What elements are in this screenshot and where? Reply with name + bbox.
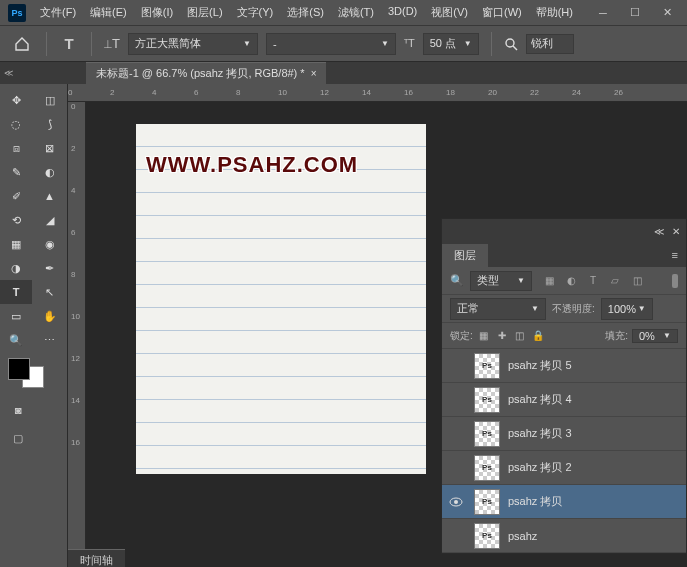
shape-tool[interactable]: ▭: [0, 304, 32, 328]
crop-tool[interactable]: ⧇: [0, 136, 32, 160]
title-bar: Ps 文件(F) 编辑(E) 图像(I) 图层(L) 文字(Y) 选择(S) 滤…: [0, 0, 687, 26]
menu-layer[interactable]: 图层(L): [181, 2, 228, 23]
menu-view[interactable]: 视图(V): [425, 2, 474, 23]
fill-input[interactable]: 0% ▼: [632, 329, 678, 343]
layer-row[interactable]: psahz 拷贝 4: [442, 383, 686, 417]
close-tab-button[interactable]: ×: [311, 68, 317, 79]
visibility-toggle[interactable]: [446, 390, 466, 410]
blur-tool[interactable]: ◉: [34, 232, 66, 256]
chevron-down-icon: ▼: [381, 39, 389, 48]
gradient-tool[interactable]: ▦: [0, 232, 32, 256]
text-tool-indicator: T: [59, 34, 79, 54]
healing-tool[interactable]: ◐: [34, 160, 66, 184]
timeline-tab[interactable]: 时间轴: [68, 549, 125, 567]
layer-row[interactable]: psahz 拷贝 3: [442, 417, 686, 451]
menu-edit[interactable]: 编辑(E): [84, 2, 133, 23]
marquee-tool[interactable]: ◌: [0, 112, 32, 136]
visibility-toggle[interactable]: [446, 424, 466, 444]
minimize-button[interactable]: ─: [591, 4, 615, 22]
filter-shape-icon[interactable]: ▱: [608, 274, 622, 288]
lock-all-icon[interactable]: 🔒: [531, 329, 545, 343]
move-tool[interactable]: ✥: [0, 88, 32, 112]
screenmode-button[interactable]: ▢: [8, 428, 28, 448]
opacity-input[interactable]: 100% ▼: [601, 298, 653, 320]
search-button[interactable]: [504, 37, 518, 51]
layer-name: psahz 拷贝 3: [508, 426, 572, 441]
path-select-tool[interactable]: ↖: [34, 280, 66, 304]
visibility-toggle[interactable]: [446, 458, 466, 478]
document-tab[interactable]: 未标题-1 @ 66.7% (psahz 拷贝, RGB/8#) * ×: [86, 62, 326, 84]
menu-select[interactable]: 选择(S): [281, 2, 330, 23]
blend-mode-select[interactable]: 正常 ▼: [450, 298, 546, 320]
zoom-tool[interactable]: 🔍: [0, 328, 32, 352]
eraser-tool[interactable]: ◢: [34, 208, 66, 232]
brush-tool[interactable]: ✐: [0, 184, 32, 208]
menu-file[interactable]: 文件(F): [34, 2, 82, 23]
pen-tool[interactable]: ✒: [34, 256, 66, 280]
font-size-icon: ᵀT: [404, 37, 415, 50]
layer-thumbnail: [474, 455, 500, 481]
font-style-select[interactable]: - ▼: [266, 33, 396, 55]
filter-pixel-icon[interactable]: ▦: [542, 274, 556, 288]
layer-row[interactable]: psahz 拷贝 5: [442, 349, 686, 383]
filter-smart-icon[interactable]: ◫: [630, 274, 644, 288]
lasso-tool[interactable]: ⟆: [34, 112, 66, 136]
search-input[interactable]: [526, 34, 574, 54]
filter-toggle[interactable]: [672, 274, 678, 288]
collapse-panel-icon[interactable]: ≪: [654, 226, 664, 237]
document-canvas[interactable]: WWW.PSAHZ.COM: [136, 124, 426, 474]
panel-menu-button[interactable]: ≡: [664, 249, 686, 261]
lock-position-icon[interactable]: ✚: [495, 329, 509, 343]
lock-artboard-icon[interactable]: ◫: [513, 329, 527, 343]
filter-text-icon[interactable]: T: [586, 274, 600, 288]
document-tab-title: 未标题-1 @ 66.7% (psahz 拷贝, RGB/8#) *: [96, 66, 305, 81]
menu-window[interactable]: 窗口(W): [476, 2, 528, 23]
visibility-toggle[interactable]: [446, 526, 466, 546]
vertical-ruler: 0246810121416: [68, 102, 86, 567]
layer-thumbnail: [474, 421, 500, 447]
eyedropper-tool[interactable]: ✎: [0, 160, 32, 184]
menu-image[interactable]: 图像(I): [135, 2, 179, 23]
layer-thumbnail: [474, 353, 500, 379]
toolbox: ✥ ◫ ◌ ⟆ ⧇ ⊠ ✎ ◐ ✐ ▲ ⟲ ◢ ▦ ◉ ◑ ✒ T ↖ ▭ ✋ …: [0, 84, 68, 567]
menu-3d[interactable]: 3D(D): [382, 2, 423, 23]
opacity-value: 100%: [608, 303, 636, 315]
foreground-swatch[interactable]: [8, 358, 30, 380]
artboard-tool[interactable]: ◫: [34, 88, 66, 112]
menu-help[interactable]: 帮助(H): [530, 2, 579, 23]
horizontal-ruler: 02468101214161820222426: [68, 84, 687, 102]
color-swatches[interactable]: [8, 358, 44, 388]
visibility-toggle[interactable]: [446, 492, 466, 512]
layer-row[interactable]: psahz 拷贝 2: [442, 451, 686, 485]
menu-text[interactable]: 文字(Y): [231, 2, 280, 23]
hand-tool[interactable]: ✋: [34, 304, 66, 328]
close-panel-icon[interactable]: ✕: [672, 226, 680, 237]
text-orientation-button[interactable]: ⟂T: [104, 36, 120, 51]
history-brush-tool[interactable]: ⟲: [0, 208, 32, 232]
dodge-tool[interactable]: ◑: [0, 256, 32, 280]
layer-row[interactable]: psahz: [442, 519, 686, 553]
lock-pixels-icon[interactable]: ▦: [477, 329, 491, 343]
font-family-value: 方正大黑简体: [135, 36, 201, 51]
quickmask-button[interactable]: ◙: [8, 400, 28, 420]
edit-toolbar[interactable]: ⋯: [34, 328, 66, 352]
filter-search-icon[interactable]: 🔍: [450, 274, 464, 287]
layer-row[interactable]: psahz 拷贝: [442, 485, 686, 519]
layer-thumbnail: [474, 523, 500, 549]
visibility-toggle[interactable]: [446, 356, 466, 376]
filter-adjust-icon[interactable]: ◐: [564, 274, 578, 288]
collapse-toolbox-button[interactable]: ≪: [0, 63, 16, 83]
text-tool[interactable]: T: [0, 280, 32, 304]
frame-tool[interactable]: ⊠: [34, 136, 66, 160]
svg-line-1: [513, 46, 517, 50]
document-tabs: ≪ 未标题-1 @ 66.7% (psahz 拷贝, RGB/8#) * ×: [0, 62, 687, 84]
home-button[interactable]: [10, 32, 34, 56]
menu-filter[interactable]: 滤镜(T): [332, 2, 380, 23]
font-family-select[interactable]: 方正大黑简体 ▼: [128, 33, 258, 55]
stamp-tool[interactable]: ▲: [34, 184, 66, 208]
filter-type-select[interactable]: 类型 ▼: [470, 271, 532, 291]
maximize-button[interactable]: ☐: [623, 4, 647, 22]
close-button[interactable]: ✕: [655, 4, 679, 22]
layers-tab[interactable]: 图层: [442, 244, 488, 267]
font-size-select[interactable]: 50 点 ▼: [423, 33, 479, 55]
